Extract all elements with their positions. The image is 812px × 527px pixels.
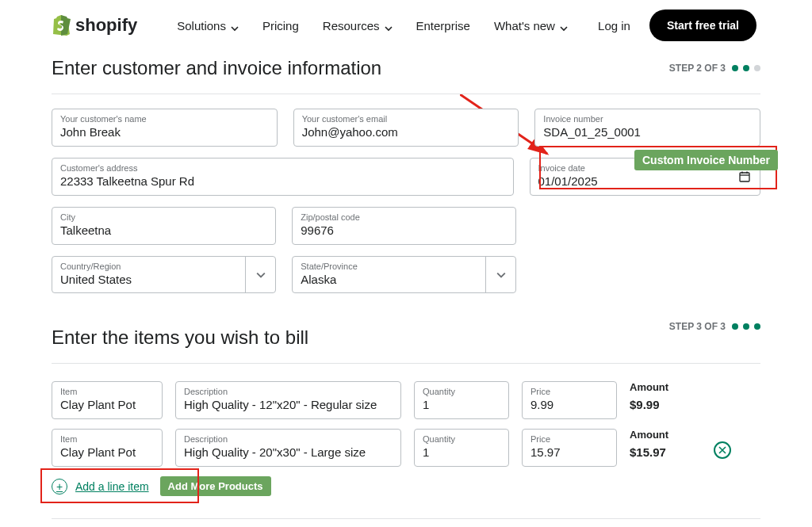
calendar-icon[interactable] [739,171,750,182]
customer-name-input[interactable] [60,125,269,139]
item-qty-field[interactable]: Quantity [414,429,509,467]
state-select[interactable]: State/Province Alaska [292,256,516,293]
section-title-items: Enter the items you wish to bill [52,327,308,349]
country-select[interactable]: Country/Region United States [52,256,276,293]
chevron-down-icon [560,21,568,29]
main-nav: Solutions Pricing Resources Enterprise W… [177,19,568,32]
step-dot [732,65,738,71]
line-item-row: Item Description Quantity Price Amount $… [52,429,760,467]
chevron-down-icon[interactable] [485,257,515,292]
step-indicator-2: STEP 2 OF 3 [669,63,760,74]
item-name-field[interactable]: Item [52,381,163,419]
item-desc-field[interactable]: Description [175,381,401,419]
start-free-trial-button[interactable]: Start free trial [649,10,756,41]
divider [52,518,760,519]
chevron-down-icon [231,21,239,29]
item-price-field[interactable]: Price [522,429,617,467]
add-line-item-button[interactable]: + Add a line item [52,479,149,495]
customer-address-field[interactable]: Customer's address [52,158,514,196]
login-link[interactable]: Log in [598,19,630,32]
invoice-number-field[interactable]: Invoice number [534,109,760,147]
item-desc-field[interactable]: Description [175,429,401,467]
city-input[interactable] [60,223,267,237]
nav-solutions[interactable]: Solutions [177,19,239,32]
nav-resources[interactable]: Resources [323,19,393,32]
top-nav-bar: shopify Solutions Pricing Resources Ente… [8,0,804,51]
item-amount: Amount $9.99 [630,381,701,411]
zip-input[interactable] [301,223,508,237]
nav-whatsnew[interactable]: What's new [494,19,568,32]
shopify-logo[interactable]: shopify [52,15,137,36]
nav-pricing[interactable]: Pricing [262,19,299,32]
brand-name: shopify [75,15,137,36]
invoice-number-input[interactable] [543,125,752,139]
customer-email-field[interactable]: Your customer's email [293,109,519,147]
add-line-area: + Add a line item Add More Products [52,476,760,496]
line-item-row: Item Description Quantity Price Amount $… [52,381,760,419]
chevron-down-icon[interactable] [245,257,275,292]
item-name-field[interactable]: Item [52,429,163,467]
step-dot [743,65,749,71]
svg-rect-1 [740,173,749,181]
step-dot [743,323,749,330]
close-icon [718,446,726,454]
item-qty-field[interactable]: Quantity [414,381,509,419]
step-indicator-3: STEP 3 OF 3 [669,321,760,332]
nav-enterprise[interactable]: Enterprise [416,19,470,32]
customer-email-input[interactable] [302,125,511,139]
section-title-customer: Enter customer and invoice information [52,57,381,79]
plus-icon: + [52,479,67,495]
step-dot [754,65,760,71]
customer-address-input[interactable] [60,174,505,188]
step-dot [732,323,738,330]
item-amount: Amount $15.97 [630,429,701,459]
callout-add-more: Add More Products [160,476,271,496]
city-field[interactable]: City [52,207,276,245]
chevron-down-icon [385,21,393,29]
step-dot [754,323,760,330]
callout-custom-invoice: Custom Invoice Number [634,150,778,170]
remove-line-button[interactable] [714,441,731,459]
shopify-bag-icon [52,15,71,36]
customer-name-field[interactable]: Your customer's name [52,109,278,147]
zip-field[interactable]: Zip/postal code [292,207,516,245]
invoice-date-input[interactable] [538,174,752,188]
item-price-field[interactable]: Price [522,381,617,419]
